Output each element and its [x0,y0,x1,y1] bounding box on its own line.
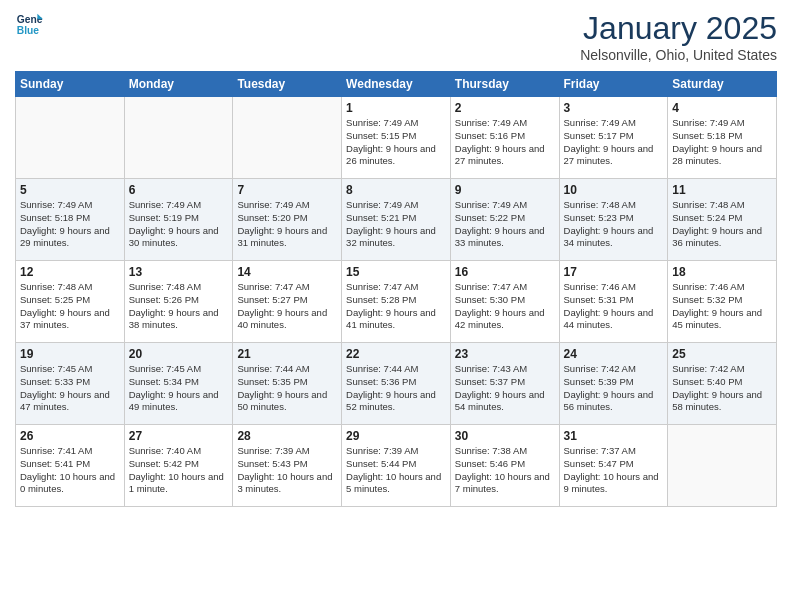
calendar-cell: 30Sunrise: 7:38 AM Sunset: 5:46 PM Dayli… [450,425,559,507]
calendar-cell: 9Sunrise: 7:49 AM Sunset: 5:22 PM Daylig… [450,179,559,261]
calendar-row-3: 19Sunrise: 7:45 AM Sunset: 5:33 PM Dayli… [16,343,777,425]
day-number: 10 [564,183,664,197]
calendar-cell: 26Sunrise: 7:41 AM Sunset: 5:41 PM Dayli… [16,425,125,507]
calendar-header-row: Sunday Monday Tuesday Wednesday Thursday… [16,72,777,97]
day-number: 22 [346,347,446,361]
header-monday: Monday [124,72,233,97]
calendar-cell: 8Sunrise: 7:49 AM Sunset: 5:21 PM Daylig… [342,179,451,261]
day-number: 7 [237,183,337,197]
day-number: 4 [672,101,772,115]
day-info: Sunrise: 7:45 AM Sunset: 5:34 PM Dayligh… [129,363,229,414]
day-info: Sunrise: 7:48 AM Sunset: 5:26 PM Dayligh… [129,281,229,332]
day-number: 28 [237,429,337,443]
day-number: 12 [20,265,120,279]
calendar-cell: 24Sunrise: 7:42 AM Sunset: 5:39 PM Dayli… [559,343,668,425]
calendar-cell: 11Sunrise: 7:48 AM Sunset: 5:24 PM Dayli… [668,179,777,261]
day-number: 1 [346,101,446,115]
header-wednesday: Wednesday [342,72,451,97]
day-info: Sunrise: 7:49 AM Sunset: 5:15 PM Dayligh… [346,117,446,168]
day-info: Sunrise: 7:49 AM Sunset: 5:16 PM Dayligh… [455,117,555,168]
day-info: Sunrise: 7:49 AM Sunset: 5:18 PM Dayligh… [20,199,120,250]
day-info: Sunrise: 7:48 AM Sunset: 5:25 PM Dayligh… [20,281,120,332]
calendar-cell: 20Sunrise: 7:45 AM Sunset: 5:34 PM Dayli… [124,343,233,425]
day-info: Sunrise: 7:46 AM Sunset: 5:31 PM Dayligh… [564,281,664,332]
calendar-cell: 4Sunrise: 7:49 AM Sunset: 5:18 PM Daylig… [668,97,777,179]
day-info: Sunrise: 7:40 AM Sunset: 5:42 PM Dayligh… [129,445,229,496]
header-tuesday: Tuesday [233,72,342,97]
calendar-cell: 19Sunrise: 7:45 AM Sunset: 5:33 PM Dayli… [16,343,125,425]
day-number: 23 [455,347,555,361]
day-info: Sunrise: 7:44 AM Sunset: 5:36 PM Dayligh… [346,363,446,414]
header-thursday: Thursday [450,72,559,97]
day-number: 11 [672,183,772,197]
calendar-cell: 2Sunrise: 7:49 AM Sunset: 5:16 PM Daylig… [450,97,559,179]
day-number: 19 [20,347,120,361]
day-info: Sunrise: 7:43 AM Sunset: 5:37 PM Dayligh… [455,363,555,414]
calendar-cell: 7Sunrise: 7:49 AM Sunset: 5:20 PM Daylig… [233,179,342,261]
day-number: 30 [455,429,555,443]
day-number: 13 [129,265,229,279]
day-info: Sunrise: 7:48 AM Sunset: 5:23 PM Dayligh… [564,199,664,250]
calendar: Sunday Monday Tuesday Wednesday Thursday… [15,71,777,507]
title-block: January 2025 Nelsonville, Ohio, United S… [580,10,777,63]
header: General Blue January 2025 Nelsonville, O… [15,10,777,63]
day-number: 3 [564,101,664,115]
day-number: 21 [237,347,337,361]
calendar-cell: 18Sunrise: 7:46 AM Sunset: 5:32 PM Dayli… [668,261,777,343]
calendar-row-1: 5Sunrise: 7:49 AM Sunset: 5:18 PM Daylig… [16,179,777,261]
calendar-cell: 15Sunrise: 7:47 AM Sunset: 5:28 PM Dayli… [342,261,451,343]
calendar-row-4: 26Sunrise: 7:41 AM Sunset: 5:41 PM Dayli… [16,425,777,507]
day-number: 9 [455,183,555,197]
calendar-cell: 5Sunrise: 7:49 AM Sunset: 5:18 PM Daylig… [16,179,125,261]
day-number: 25 [672,347,772,361]
calendar-cell [668,425,777,507]
calendar-row-2: 12Sunrise: 7:48 AM Sunset: 5:25 PM Dayli… [16,261,777,343]
day-number: 31 [564,429,664,443]
day-info: Sunrise: 7:48 AM Sunset: 5:24 PM Dayligh… [672,199,772,250]
day-number: 29 [346,429,446,443]
day-info: Sunrise: 7:49 AM Sunset: 5:17 PM Dayligh… [564,117,664,168]
day-number: 18 [672,265,772,279]
day-number: 14 [237,265,337,279]
day-info: Sunrise: 7:49 AM Sunset: 5:22 PM Dayligh… [455,199,555,250]
day-info: Sunrise: 7:41 AM Sunset: 5:41 PM Dayligh… [20,445,120,496]
location: Nelsonville, Ohio, United States [580,47,777,63]
calendar-cell: 13Sunrise: 7:48 AM Sunset: 5:26 PM Dayli… [124,261,233,343]
header-saturday: Saturday [668,72,777,97]
day-info: Sunrise: 7:39 AM Sunset: 5:44 PM Dayligh… [346,445,446,496]
day-info: Sunrise: 7:49 AM Sunset: 5:20 PM Dayligh… [237,199,337,250]
calendar-cell: 3Sunrise: 7:49 AM Sunset: 5:17 PM Daylig… [559,97,668,179]
calendar-cell: 10Sunrise: 7:48 AM Sunset: 5:23 PM Dayli… [559,179,668,261]
calendar-cell: 29Sunrise: 7:39 AM Sunset: 5:44 PM Dayli… [342,425,451,507]
calendar-cell: 14Sunrise: 7:47 AM Sunset: 5:27 PM Dayli… [233,261,342,343]
day-number: 15 [346,265,446,279]
calendar-cell: 23Sunrise: 7:43 AM Sunset: 5:37 PM Dayli… [450,343,559,425]
day-number: 27 [129,429,229,443]
day-info: Sunrise: 7:49 AM Sunset: 5:18 PM Dayligh… [672,117,772,168]
day-info: Sunrise: 7:42 AM Sunset: 5:40 PM Dayligh… [672,363,772,414]
calendar-cell: 21Sunrise: 7:44 AM Sunset: 5:35 PM Dayli… [233,343,342,425]
calendar-cell [233,97,342,179]
month-title: January 2025 [580,10,777,47]
calendar-row-0: 1Sunrise: 7:49 AM Sunset: 5:15 PM Daylig… [16,97,777,179]
calendar-cell [16,97,125,179]
logo: General Blue [15,10,43,38]
day-number: 26 [20,429,120,443]
day-info: Sunrise: 7:38 AM Sunset: 5:46 PM Dayligh… [455,445,555,496]
day-number: 24 [564,347,664,361]
calendar-cell: 17Sunrise: 7:46 AM Sunset: 5:31 PM Dayli… [559,261,668,343]
day-info: Sunrise: 7:47 AM Sunset: 5:27 PM Dayligh… [237,281,337,332]
day-info: Sunrise: 7:49 AM Sunset: 5:19 PM Dayligh… [129,199,229,250]
day-number: 8 [346,183,446,197]
logo-icon: General Blue [15,10,43,38]
day-number: 16 [455,265,555,279]
header-friday: Friday [559,72,668,97]
day-info: Sunrise: 7:39 AM Sunset: 5:43 PM Dayligh… [237,445,337,496]
calendar-cell: 6Sunrise: 7:49 AM Sunset: 5:19 PM Daylig… [124,179,233,261]
day-number: 20 [129,347,229,361]
day-info: Sunrise: 7:46 AM Sunset: 5:32 PM Dayligh… [672,281,772,332]
day-info: Sunrise: 7:49 AM Sunset: 5:21 PM Dayligh… [346,199,446,250]
day-info: Sunrise: 7:37 AM Sunset: 5:47 PM Dayligh… [564,445,664,496]
day-number: 5 [20,183,120,197]
calendar-cell: 12Sunrise: 7:48 AM Sunset: 5:25 PM Dayli… [16,261,125,343]
